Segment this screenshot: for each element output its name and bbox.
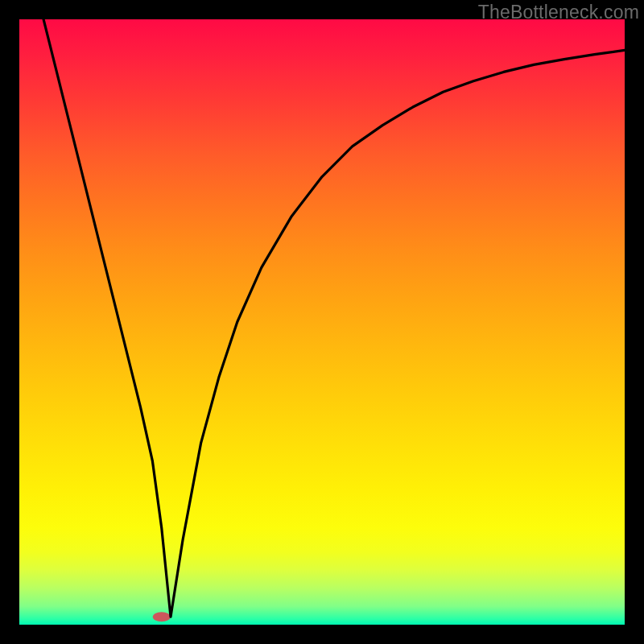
watermark-text: TheBottleneck.com <box>478 2 639 23</box>
gradient-background <box>19 19 625 625</box>
plot-area <box>19 19 625 625</box>
plot-frame <box>19 19 625 625</box>
